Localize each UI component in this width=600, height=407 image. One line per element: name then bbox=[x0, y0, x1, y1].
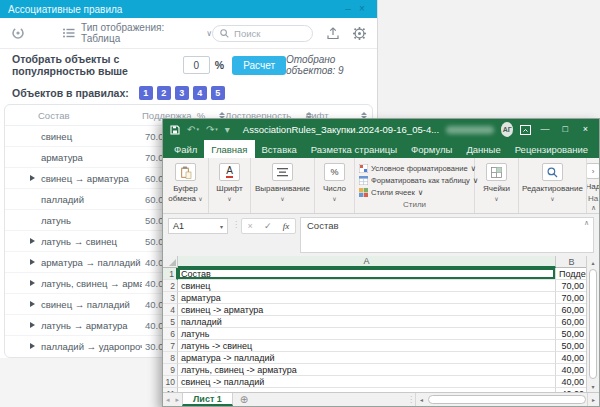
prev-sheet-icon[interactable]: ◂ bbox=[163, 396, 173, 404]
cell-B4[interactable]: 60,00 bbox=[556, 304, 586, 316]
cell-A10[interactable]: свинец -> палладий bbox=[178, 376, 556, 388]
collapse-ribbon-icon[interactable]: ∧ bbox=[591, 204, 596, 212]
expand-icon[interactable] bbox=[30, 259, 35, 265]
enter-icon[interactable]: ✓ bbox=[264, 221, 272, 231]
cell-styles-button[interactable]: Стили ячеек∨ bbox=[355, 186, 423, 198]
row-header-3[interactable]: 3 bbox=[163, 292, 178, 304]
column-header-A[interactable]: A bbox=[178, 256, 556, 268]
ribbon-group-clipboard[interactable]: Буфер обмена ∨ bbox=[163, 158, 209, 213]
cell-A1[interactable]: Состав bbox=[178, 268, 556, 280]
redo-button[interactable]: ↷▾ bbox=[206, 119, 218, 140]
cell-B2[interactable]: 70,00 bbox=[556, 280, 586, 292]
next-sheet-icon[interactable]: ▸ bbox=[173, 396, 183, 404]
excel-maximize-button[interactable]: □ bbox=[559, 119, 572, 140]
font-icon[interactable]: А bbox=[219, 163, 240, 181]
cells-icon[interactable] bbox=[486, 163, 507, 181]
calculate-button[interactable]: Расчет bbox=[232, 56, 286, 75]
gear-icon[interactable] bbox=[353, 27, 366, 40]
ribbon-display-options-icon[interactable] bbox=[520, 125, 531, 135]
expand-icon[interactable] bbox=[30, 238, 35, 244]
horizontal-scrollbar[interactable] bbox=[427, 393, 587, 406]
add-sheet-icon[interactable]: ⊕ bbox=[240, 394, 248, 405]
excel-minimize-button[interactable]: — bbox=[538, 119, 551, 140]
expand-icon[interactable] bbox=[30, 322, 35, 328]
paste-icon[interactable] bbox=[175, 163, 196, 181]
format-as-table-button[interactable]: Форматировать как таблицу∨ bbox=[355, 174, 478, 186]
expand-icon[interactable] bbox=[30, 301, 35, 307]
cell-B6[interactable]: 50,00 bbox=[556, 328, 586, 340]
cell-A9[interactable]: латунь, свинец -> арматура bbox=[178, 364, 556, 376]
search-input[interactable]: Поиск bbox=[212, 25, 313, 42]
chip-1[interactable]: 1 bbox=[139, 86, 153, 100]
chip-2[interactable]: 2 bbox=[157, 86, 171, 100]
ribbon-tab[interactable]: Данные bbox=[459, 140, 507, 158]
cell-B1[interactable]: Поддержка, % bbox=[556, 268, 586, 280]
ribbon-group-font[interactable]: А Шрифт∨ bbox=[209, 158, 251, 213]
horizontal-scrollbar-thumb[interactable] bbox=[428, 395, 586, 404]
name-box-dropdown-icon[interactable]: ▾ bbox=[220, 223, 223, 230]
cell-A3[interactable]: арматура bbox=[178, 292, 556, 304]
ribbon-tab[interactable]: Файл bbox=[167, 140, 204, 158]
row-header-9[interactable]: 9 bbox=[163, 364, 178, 376]
cell-B8[interactable]: 40,00 bbox=[556, 352, 586, 364]
row-header-5[interactable]: 5 bbox=[163, 316, 178, 328]
expand-icon[interactable] bbox=[30, 280, 35, 286]
ribbon-tab[interactable]: Формулы bbox=[404, 140, 459, 158]
alignment-icon[interactable] bbox=[272, 163, 293, 181]
row-header-2[interactable]: 2 bbox=[163, 280, 178, 292]
ribbon-group-alignment[interactable]: Выравнивание∨ bbox=[251, 158, 315, 213]
scroll-right-icon[interactable]: ▸ bbox=[587, 393, 599, 406]
percent-icon[interactable]: % bbox=[324, 163, 345, 181]
scroll-left-icon[interactable]: ◂ bbox=[415, 393, 427, 406]
ribbon-tab[interactable]: Главная bbox=[204, 140, 254, 158]
close-button[interactable]: × bbox=[355, 0, 369, 18]
cell-A5[interactable]: палладий bbox=[178, 316, 556, 328]
export-icon[interactable] bbox=[327, 27, 339, 40]
conditional-formatting-button[interactable]: Условное форматирование∨ bbox=[355, 162, 476, 174]
cell-A4[interactable]: свинец -> арматура bbox=[178, 304, 556, 316]
view-type-dropdown[interactable]: Тип отображения: Таблица ∨ bbox=[63, 22, 212, 44]
ribbon-group-addins-partial[interactable]: › Над На ∧ bbox=[587, 158, 599, 213]
name-box[interactable]: A1 ▾ bbox=[168, 218, 228, 234]
formula-input[interactable]: Состав bbox=[300, 217, 594, 253]
more-icon[interactable]: › bbox=[587, 163, 599, 179]
row-header-4[interactable]: 4 bbox=[163, 304, 178, 316]
ribbon-tab[interactable]: Рецензирование bbox=[508, 140, 595, 158]
cell-A2[interactable]: свинец bbox=[178, 280, 556, 292]
cell-A7[interactable]: латунь -> свинец bbox=[178, 340, 556, 352]
cell-A8[interactable]: арматура -> палладий bbox=[178, 352, 556, 364]
save-icon[interactable] bbox=[170, 125, 180, 135]
vertical-scrollbar[interactable]: ▴ ▾ bbox=[586, 256, 599, 392]
scroll-down-icon[interactable]: ▾ bbox=[587, 380, 599, 392]
expand-icon[interactable] bbox=[30, 175, 35, 181]
scroll-up-icon[interactable]: ▴ bbox=[587, 256, 599, 268]
ribbon-group-number[interactable]: % Число∨ bbox=[315, 158, 355, 213]
ribbon-tab[interactable]: Вставка bbox=[255, 140, 304, 158]
expand-icon[interactable] bbox=[30, 343, 35, 349]
ribbon-group-editing[interactable]: Редактирование∨ bbox=[519, 158, 587, 213]
ribbon-tab[interactable]: Разметка страницы bbox=[304, 140, 404, 158]
minimize-button[interactable]: – bbox=[341, 0, 355, 18]
ribbon-group-cells[interactable]: Ячейки∨ bbox=[475, 158, 519, 213]
cell-B7[interactable]: 50,00 bbox=[556, 340, 586, 352]
row-header-7[interactable]: 7 bbox=[163, 340, 178, 352]
cell-A6[interactable]: латунь bbox=[178, 328, 556, 340]
find-icon[interactable] bbox=[542, 163, 563, 181]
row-header-8[interactable]: 8 bbox=[163, 352, 178, 364]
undo-button[interactable]: ↶▾ bbox=[187, 119, 199, 140]
formula-bar-expand-icon[interactable]: ∧ bbox=[584, 219, 589, 227]
excel-close-button[interactable]: × bbox=[579, 119, 592, 140]
cancel-icon[interactable]: × bbox=[248, 221, 253, 231]
row-header-6[interactable]: 6 bbox=[163, 328, 178, 340]
quick-access-dropdown[interactable]: ▾ bbox=[225, 119, 230, 140]
row-header-10[interactable]: 10 bbox=[163, 376, 178, 388]
cell-B9[interactable]: 40,00 bbox=[556, 364, 586, 376]
insert-function-icon[interactable]: fx bbox=[283, 221, 290, 231]
vertical-scrollbar-thumb[interactable] bbox=[589, 269, 597, 379]
popularity-threshold-input[interactable] bbox=[183, 56, 210, 74]
chip-4[interactable]: 4 bbox=[193, 86, 207, 100]
select-all-corner[interactable] bbox=[163, 256, 178, 268]
chip-3[interactable]: 3 bbox=[175, 86, 189, 100]
column-header-B[interactable]: B bbox=[556, 256, 588, 268]
ribbon-tab[interactable]: Вид bbox=[595, 140, 600, 158]
